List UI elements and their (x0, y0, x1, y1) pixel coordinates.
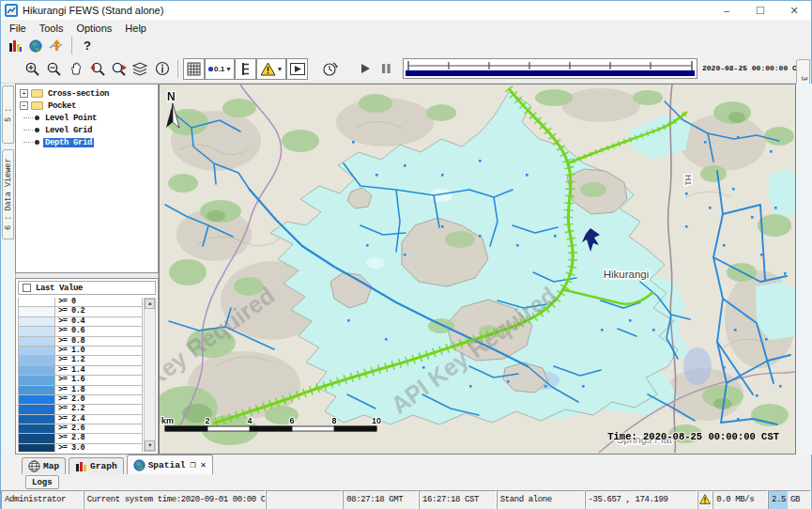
zoom-previous-button[interactable] (86, 58, 108, 80)
legend-color-swatch (18, 415, 55, 424)
tree-item-level-grid[interactable]: Level Grid (16, 124, 158, 136)
maximize-button[interactable]: ☐ (743, 1, 777, 20)
left-panel: + Cross-section − Pocket Level Point (15, 84, 159, 455)
scroll-up-icon[interactable]: ▲ (145, 299, 155, 309)
logs-button[interactable]: Logs (25, 475, 59, 489)
legend-color-swatch (18, 317, 55, 327)
play-button[interactable] (354, 58, 375, 80)
zoom-out-icon (46, 61, 62, 77)
svg-text:2: 2 (205, 416, 209, 425)
svg-text:6: 6 (289, 416, 294, 425)
legend-color-swatch (18, 376, 55, 385)
layers-button[interactable] (130, 58, 151, 80)
north-label: N (167, 90, 176, 103)
map-toolbar: 0.1 ▼ ▼ (1, 54, 811, 84)
minimize-button[interactable]: – (710, 1, 743, 20)
globe-icon (133, 459, 146, 471)
time-slider-range-bar[interactable] (406, 70, 695, 76)
menu-options[interactable]: Options (70, 21, 119, 36)
map-canvas[interactable]: API Key Required API Key Required Hikura… (160, 85, 795, 454)
status-time-cst: 16:27:18 CST (419, 490, 497, 509)
status-bar: Administrator Current system time:2020-0… (1, 490, 811, 509)
bottom-tab-bar: Map Graph Spatial ❒ ✕ (1, 455, 811, 474)
gauge-scale-button[interactable] (235, 58, 256, 80)
title-bar[interactable]: Hikurangi FEWS (Stand alone) – ☐ ✕ (1, 1, 811, 20)
status-warning[interactable] (697, 490, 712, 509)
legend-color-swatch (18, 386, 55, 395)
grid-icon (187, 62, 201, 76)
grid-value-label: 0.1 (214, 65, 224, 73)
last-value-option[interactable]: Last Value (18, 281, 156, 295)
info-button[interactable] (151, 58, 173, 80)
legend-row: >= 3.0 (18, 444, 143, 452)
scroll-down-icon[interactable]: ▼ (145, 440, 155, 451)
status-coordinates: -35.657 , 174.199 (585, 490, 698, 509)
tab-spatial[interactable]: Spatial ❒ ✕ (127, 455, 213, 474)
bullet-icon (35, 116, 39, 120)
pause-button[interactable] (375, 58, 397, 80)
status-spacer (266, 490, 343, 509)
zoom-out-button[interactable] (43, 58, 65, 80)
bullet-icon (35, 140, 39, 145)
gauge-icon (240, 62, 252, 76)
legend-label: >= 0.6 (55, 327, 143, 336)
profile-chart-icon (49, 39, 64, 53)
time-slider[interactable] (403, 58, 697, 79)
dot-icon (207, 66, 214, 72)
folder-icon (31, 89, 43, 98)
legend-color-swatch (18, 347, 55, 356)
tab-graph[interactable]: Graph (69, 457, 124, 474)
bar-chart-icon (75, 461, 87, 472)
zoom-next-icon (111, 61, 128, 77)
grid-display-button[interactable] (183, 58, 205, 80)
legend-color-swatch (18, 337, 55, 347)
legend-color-swatch (18, 327, 55, 336)
thresholds-dropdown[interactable]: ▼ (256, 58, 286, 80)
scale-unit: km (161, 416, 174, 425)
status-user: Administrator (1, 490, 84, 509)
last-value-label: Last Value (36, 284, 83, 293)
profile-display-button[interactable] (46, 38, 67, 54)
tab-map[interactable]: Map (22, 457, 66, 474)
animation-button[interactable] (286, 58, 308, 80)
pan-button[interactable] (65, 58, 86, 80)
tree-item-cross-section[interactable]: + Cross-section (16, 87, 158, 100)
time-step-button[interactable] (319, 58, 341, 80)
menu-help[interactable]: Help (119, 21, 154, 36)
map-view[interactable]: API Key Required API Key Required Hikura… (159, 84, 796, 455)
svg-text:8: 8 (331, 416, 336, 425)
tab-close-icon[interactable]: ✕ (201, 459, 207, 470)
menu-file[interactable]: File (4, 21, 34, 36)
zoom-in-button[interactable] (22, 58, 43, 80)
legend-color-swatch (18, 434, 55, 443)
tree-connector (23, 117, 33, 118)
menu-tools[interactable]: Tools (34, 21, 71, 36)
tab-forecast[interactable]: 5 : Forecast (2, 85, 14, 144)
content-area: 5 : Forecast 6 : Data Viewer + Cross-sec… (1, 84, 812, 455)
town-label: Hikurangi (604, 269, 650, 280)
legend-scrollbar[interactable]: ▲ ▼ (144, 298, 156, 452)
legend-color-swatch (18, 424, 55, 434)
last-value-checkbox[interactable] (23, 284, 31, 292)
legend-label: >= 1.6 (55, 376, 143, 385)
svg-text:10: 10 (372, 416, 381, 425)
expand-icon[interactable]: + (20, 89, 28, 98)
scale-bar-segments (165, 426, 376, 431)
legend-panel: Last Value >= 0 >= 0.2 (15, 278, 159, 455)
timeseries-dialog-button[interactable] (5, 38, 25, 54)
close-button[interactable]: ✕ (777, 1, 811, 20)
map-display-button[interactable] (25, 38, 46, 54)
tab-maximize-icon[interactable]: ❒ (191, 459, 196, 470)
grid-value-dropdown[interactable]: 0.1 ▼ (205, 58, 235, 80)
collapse-icon[interactable]: − (20, 101, 28, 110)
timer-icon (322, 61, 338, 77)
tree-item-pocket[interactable]: − Pocket (16, 100, 158, 112)
toolbar-separator (177, 60, 178, 78)
zoom-next-button[interactable] (108, 58, 130, 80)
tree-item-depth-grid[interactable]: Depth Grid (16, 136, 158, 148)
menu-bar: File Tools Options Help (1, 20, 811, 37)
tab-data-viewer[interactable]: 6 : Data Viewer (2, 149, 14, 239)
help-button[interactable]: ? (77, 38, 98, 54)
globe-icon (29, 39, 42, 53)
tree-item-level-point[interactable]: Level Point (16, 112, 158, 124)
